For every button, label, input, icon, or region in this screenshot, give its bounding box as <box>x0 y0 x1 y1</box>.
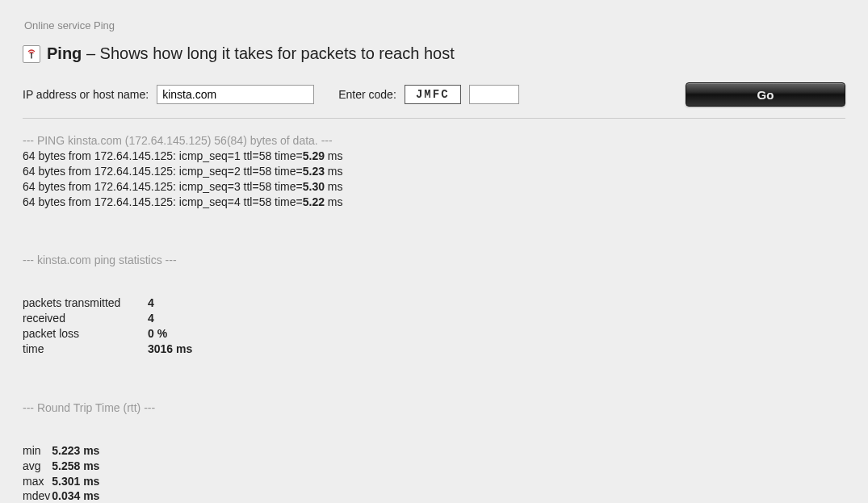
title-name: Ping <box>47 44 82 62</box>
stats-label: time <box>23 342 148 357</box>
stats-value: 4 <box>148 311 197 326</box>
stats-value: 0 % <box>148 326 197 342</box>
stats-label: received <box>23 311 148 326</box>
ping-line: 64 bytes from 172.64.145.125: icmp_seq=1… <box>23 149 845 164</box>
stats-label: packet loss <box>23 326 148 342</box>
title-sep: – <box>82 44 99 62</box>
ping-line: 64 bytes from 172.64.145.125: icmp_seq=3… <box>23 179 845 195</box>
stats-value: 3016 ms <box>148 342 197 357</box>
page-title: Ping – Shows how long it takes for packe… <box>47 44 455 63</box>
rtt-row: min5.223 ms <box>23 443 104 459</box>
rtt-row: avg5.258 ms <box>23 459 104 474</box>
rtt-value: 5.223 ms <box>52 443 104 459</box>
ping-lines: 64 bytes from 172.64.145.125: icmp_seq=1… <box>23 149 845 210</box>
rtt-value: 5.258 ms <box>52 459 104 474</box>
ping-header: --- PING kinsta.com (172.64.145.125) 56(… <box>23 133 845 149</box>
ping-line: 64 bytes from 172.64.145.125: icmp_seq=2… <box>23 164 845 179</box>
go-button[interactable]: Go <box>686 82 845 107</box>
ping-line: 64 bytes from 172.64.145.125: icmp_seq=4… <box>23 195 845 210</box>
host-input[interactable] <box>157 85 314 104</box>
stats-row: received4 <box>23 311 197 326</box>
stats-row: packets transmitted4 <box>23 296 197 311</box>
page-root: Online service Ping Ping – Shows how lon… <box>0 0 868 503</box>
rtt-table: min5.223 msavg5.258 msmax5.301 msmdev0.0… <box>23 443 104 503</box>
output-block: --- PING kinsta.com (172.64.145.125) 56(… <box>23 119 845 503</box>
rtt-row: mdev0.034 ms <box>23 488 104 503</box>
stats-label: packets transmitted <box>23 296 148 311</box>
rtt-label: max <box>23 474 52 489</box>
stats-header: --- kinsta.com ping statistics --- <box>23 253 845 268</box>
code-label: Enter code: <box>338 88 396 101</box>
host-label: IP address or host name: <box>23 88 149 101</box>
title-desc: Shows how long it takes for packets to r… <box>100 44 455 62</box>
rtt-label: mdev <box>23 488 52 503</box>
code-input[interactable] <box>469 85 519 104</box>
rtt-header: --- Round Trip Time (rtt) --- <box>23 400 845 416</box>
rtt-row: max5.301 ms <box>23 474 104 489</box>
rtt-value: 5.301 ms <box>52 474 104 489</box>
captcha-image: JMFC <box>405 85 461 104</box>
breadcrumb: Online service Ping <box>23 8 845 44</box>
stats-row: time3016 ms <box>23 342 197 357</box>
stats-table: packets transmitted4received4packet loss… <box>23 296 197 357</box>
rtt-value: 0.034 ms <box>52 488 104 503</box>
rtt-label: avg <box>23 459 52 474</box>
stats-value: 4 <box>148 296 197 311</box>
svg-point-1 <box>31 52 32 54</box>
rtt-label: min <box>23 443 52 459</box>
ping-icon <box>23 45 40 63</box>
page-title-row: Ping – Shows how long it takes for packe… <box>23 44 845 74</box>
query-form: IP address or host name: Enter code: JMF… <box>23 74 845 119</box>
stats-row: packet loss0 % <box>23 326 197 342</box>
